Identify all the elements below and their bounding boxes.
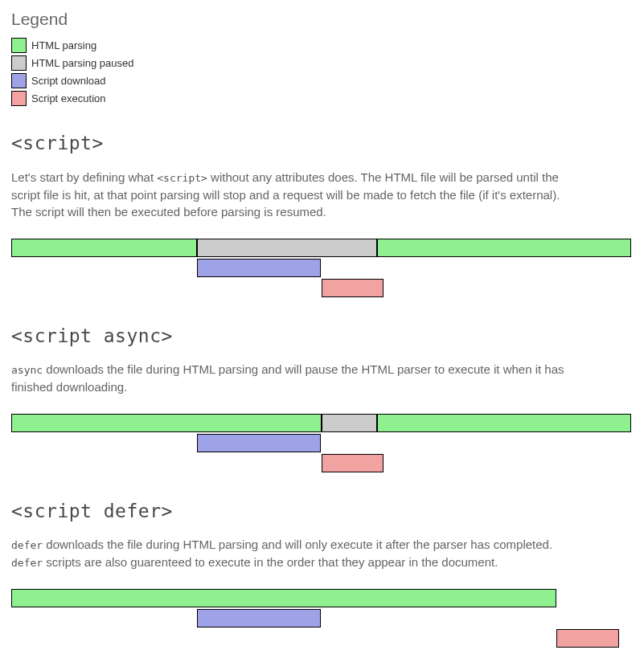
legend-title: Legend xyxy=(11,7,633,31)
timeline xyxy=(11,239,631,299)
timeline-track xyxy=(11,279,631,299)
legend-label: HTML parsing paused xyxy=(31,56,133,72)
segment-parse xyxy=(11,239,197,257)
legend-row: Script download xyxy=(11,73,633,88)
timeline-track xyxy=(11,589,631,609)
timeline-track xyxy=(11,454,631,474)
desc-text: Let's start by defining what xyxy=(11,170,157,184)
desc-text: downloads the file during HTML parsing a… xyxy=(11,362,564,394)
inline-code: async xyxy=(11,364,43,376)
section-description: async downloads the file during HTML par… xyxy=(11,361,566,396)
desc-text: downloads the file during HTML parsing a… xyxy=(43,538,552,551)
legend-label: Script execution xyxy=(31,92,106,107)
segment-parse xyxy=(11,414,322,432)
desc-text: scripts are also guarenteed to execute i… xyxy=(43,555,498,569)
legend-list: HTML parsingHTML parsing pausedScript do… xyxy=(11,38,633,106)
timeline xyxy=(11,589,631,649)
legend-label: Script download xyxy=(31,74,106,89)
timeline-track xyxy=(11,259,631,279)
segment-download xyxy=(197,609,321,627)
legend-label: HTML parsing xyxy=(31,39,96,54)
legend-swatch xyxy=(11,73,27,88)
timeline-track xyxy=(11,414,631,434)
section-heading: <script defer> xyxy=(11,498,633,525)
segment-execute xyxy=(556,629,618,648)
segment-download xyxy=(197,434,321,452)
legend-swatch xyxy=(11,91,27,106)
inline-code: <script> xyxy=(157,172,207,184)
inline-code: defer xyxy=(11,557,43,569)
segment-execute xyxy=(322,279,384,297)
inline-code: defer xyxy=(11,539,43,551)
legend-row: HTML parsing paused xyxy=(11,55,633,71)
timeline-track xyxy=(11,629,631,649)
legend-swatch xyxy=(11,38,27,53)
segment-parse xyxy=(377,239,631,257)
segment-download xyxy=(197,259,321,277)
section-heading: <script> xyxy=(11,130,633,157)
legend-swatch xyxy=(11,55,27,71)
legend-row: HTML parsing xyxy=(11,38,633,53)
timeline-track xyxy=(11,239,631,259)
legend-row: Script execution xyxy=(11,91,633,106)
timeline xyxy=(11,414,631,474)
segment-parse xyxy=(11,589,556,607)
timeline-track xyxy=(11,434,631,454)
segment-paused xyxy=(197,239,377,257)
segment-execute xyxy=(322,454,384,472)
section-heading: <script async> xyxy=(11,323,633,349)
section-description: Let's start by defining what <script> wi… xyxy=(11,169,566,221)
segment-paused xyxy=(322,414,377,432)
sections-container: <script>Let's start by defining what <sc… xyxy=(11,130,633,649)
segment-parse xyxy=(377,414,631,432)
timeline-track xyxy=(11,609,631,629)
section-description: defer downloads the file during HTML par… xyxy=(11,536,566,571)
